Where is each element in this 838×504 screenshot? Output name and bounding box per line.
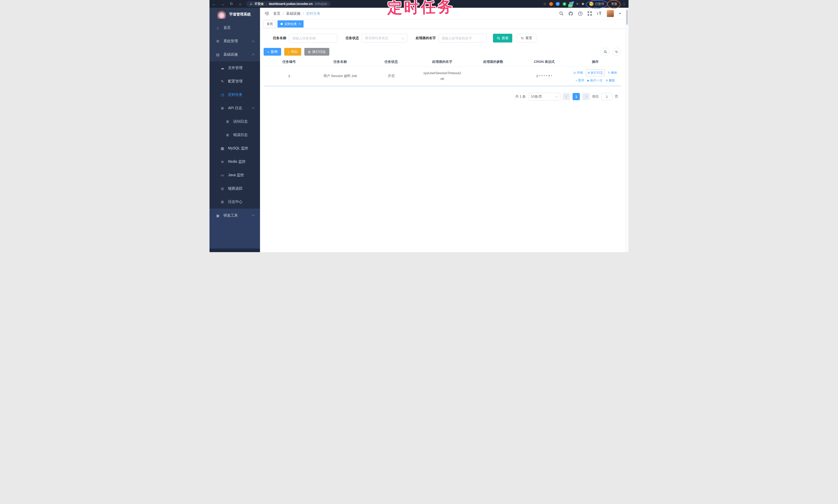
goto-label: 前往: [592, 94, 599, 99]
scrollbar-thumb[interactable]: [626, 10, 628, 25]
user-menu-caret-icon[interactable]: [619, 13, 621, 14]
sidebar-item-label: 研发工具: [223, 213, 238, 218]
play-icon: ▶: [587, 79, 589, 82]
action-run-once-link[interactable]: ▶执行一次: [587, 78, 603, 83]
exec-log-button[interactable]: ≣ 执行日志: [304, 48, 329, 56]
sidebar-item-java-monitor[interactable]: ▭ Java 监控: [209, 168, 260, 182]
devtools-section: ▣ 研发工具: [209, 209, 260, 249]
add-button[interactable]: + 新增: [264, 48, 281, 56]
reset-button[interactable]: ↻ 重置: [517, 34, 536, 42]
task-name-input[interactable]: [289, 34, 337, 42]
list-icon: ≣: [308, 50, 311, 54]
url-path: /infra/job: [315, 2, 327, 6]
exec-log-button-label: 执行日志: [312, 50, 326, 54]
app-logo: [217, 10, 226, 19]
extension-blue-icon[interactable]: [556, 2, 560, 6]
github-icon[interactable]: [569, 11, 573, 16]
sidebar-item-label: 首页: [223, 25, 231, 30]
tab-label: 首页: [267, 22, 273, 26]
trash-icon: ⊘: [606, 79, 608, 82]
action-detail-link[interactable]: ◎详细: [573, 71, 583, 75]
search-icon[interactable]: [559, 11, 563, 16]
sidebar-item-devtools[interactable]: ▣ 研发工具: [209, 209, 260, 222]
extensions-puzzle-icon[interactable]: ❖: [581, 2, 584, 6]
paused-badge: 已暂停: [595, 2, 604, 6]
add-button-label: 新增: [271, 50, 278, 54]
bookmark-star-icon[interactable]: ☆: [543, 2, 546, 6]
browser-forward-icon[interactable]: →: [218, 2, 227, 6]
prev-page-button[interactable]: [563, 93, 570, 100]
extension-green-icon[interactable]: [562, 2, 566, 6]
table-row: 3 用户 Session 超时 Job 开启 sysUserSessionTim…: [264, 67, 621, 86]
browser-back-icon[interactable]: ←: [209, 2, 218, 6]
extension-grid-icon[interactable]: on: [569, 2, 573, 6]
browser-reload-icon[interactable]: ↻: [227, 2, 236, 6]
sidebar-item-label: 访问日志: [233, 119, 248, 124]
handler-name-input[interactable]: [438, 34, 487, 42]
hide-search-button[interactable]: [601, 48, 609, 56]
pagination-total: 共 1 条: [516, 94, 526, 99]
search-button[interactable]: 搜索: [493, 34, 512, 42]
sidebar-fold-icon[interactable]: [265, 12, 269, 15]
action-exec-log-link[interactable]: ≣执行日志: [586, 69, 605, 76]
sidebar-item-label: Redis 监控: [228, 159, 246, 164]
sidebar-item-scheduled-tasks[interactable]: ◷ 定时任务: [209, 88, 260, 102]
mysql-monitor-icon: ▦: [220, 146, 225, 150]
browser-home-icon[interactable]: ⌂: [236, 2, 245, 6]
action-pause-link[interactable]: ×暂停: [575, 78, 584, 83]
security-label: 不安全: [255, 2, 264, 6]
font-size-icon[interactable]: TT: [597, 11, 602, 16]
sidebar-item-mysql-monitor[interactable]: ▦ MySQL 监控: [209, 142, 260, 155]
extension-leaf-icon[interactable]: ❧: [576, 2, 578, 6]
cell-task-name: 用户 Session 超时 Job: [315, 71, 366, 81]
user-avatar[interactable]: [607, 10, 614, 17]
refresh-button[interactable]: ↻: [612, 48, 621, 56]
sidebar-item-home[interactable]: ⌂ 首页: [209, 21, 260, 35]
sidebar-item-label: 文件管理: [228, 66, 243, 70]
sidebar-item-log-center[interactable]: ⊞ 日志中心: [209, 195, 260, 209]
address-bar[interactable]: ⚠ 不安全 | dashboard.yudao.iocoder.cn/infra…: [246, 1, 331, 7]
sidebar-item-system-management[interactable]: ⚙ 系统管理: [209, 35, 260, 48]
task-status-select[interactable]: 请选择任务状态: [362, 34, 407, 42]
sidebar-item-api-log[interactable]: ≣ API 日志: [209, 102, 260, 115]
breadcrumb-infrastructure[interactable]: 基础设施: [286, 11, 300, 16]
breadcrumb-home[interactable]: 首页: [273, 11, 280, 16]
sidebar-item-access-log[interactable]: ≣ 访问日志: [209, 115, 260, 128]
sidebar-item-infrastructure[interactable]: ▤ 基础设施: [209, 48, 260, 61]
export-button-label: 导出: [291, 50, 298, 54]
sidebar-item-redis-monitor[interactable]: ≋ Redis 监控: [209, 155, 260, 168]
sidebar-item-config-management[interactable]: ✎ 配置管理: [209, 75, 260, 88]
sidebar-item-trace[interactable]: ◎ 链路追踪: [209, 182, 260, 195]
current-page-button[interactable]: 1: [573, 93, 580, 100]
sidebar-item-label: 日志中心: [228, 200, 243, 204]
next-page-button[interactable]: [582, 93, 590, 100]
help-icon[interactable]: ?: [578, 11, 583, 16]
sidebar-item-error-log[interactable]: ≣ 错误日志: [209, 128, 260, 142]
col-header-task-id: 任务编号: [264, 59, 315, 64]
page-size-select[interactable]: 10条/页: [528, 93, 560, 101]
plus-icon: +: [267, 50, 269, 54]
export-button[interactable]: ↓ 导出: [284, 48, 301, 56]
profile-emoji-avatar: [589, 2, 593, 6]
tab-close-icon[interactable]: ×: [299, 22, 300, 25]
main-content: 首页 / 基础设施 / 定时任务 ? T: [260, 8, 626, 252]
extension-orange-icon[interactable]: [549, 2, 553, 6]
profile-paused-group[interactable]: 已暂停: [587, 1, 606, 7]
browser-update-button[interactable]: 更新: [609, 1, 619, 7]
app-logo-row[interactable]: 芋道管理系统: [209, 8, 260, 21]
sidebar-item-file-management[interactable]: ☁ 文件管理: [209, 61, 260, 75]
breadcrumb-current: 定时任务: [306, 11, 320, 16]
row-highlight-strip: [264, 86, 621, 87]
java-monitor-icon: ▭: [220, 173, 225, 177]
fullscreen-icon[interactable]: [588, 11, 592, 16]
goto-page-input[interactable]: [601, 93, 612, 100]
action-modify-link[interactable]: ✎修改: [608, 71, 617, 75]
browser-menu-icon[interactable]: ⋮: [622, 2, 626, 6]
tab-scheduled-tasks[interactable]: 定时任务 ×: [278, 20, 303, 28]
action-delete-link[interactable]: ⊘删除: [606, 78, 615, 83]
tabbar: 首页 定时任务 ×: [260, 19, 626, 29]
sidebar-item-label: 配置管理: [228, 79, 243, 84]
tab-home[interactable]: 首页: [264, 20, 276, 28]
vertical-scrollbar[interactable]: [626, 8, 629, 252]
svg-text:T: T: [597, 13, 598, 15]
